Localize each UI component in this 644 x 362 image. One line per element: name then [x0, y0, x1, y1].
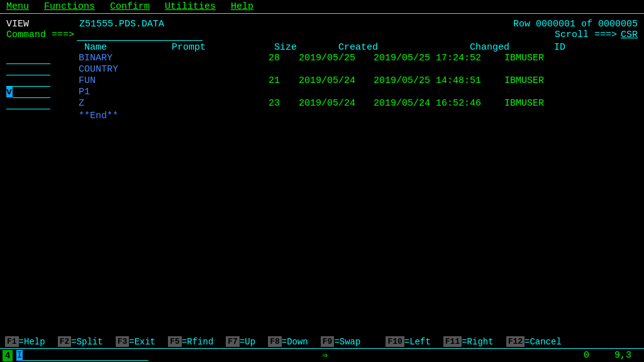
menu-item-confirm[interactable]: Confirm	[110, 1, 150, 12]
view-row: VIEW Z51555.PDS.DATA Row 0000001 of 0000…	[6, 19, 638, 30]
row-name-1: COUNTRY	[79, 64, 160, 75]
scroll-value: CSR	[621, 30, 638, 41]
command-input[interactable]	[77, 30, 203, 41]
status-position: 9,3	[614, 350, 631, 361]
row-name-4: Z	[79, 98, 160, 109]
status-bar: 4 I ⇒ 0 9,3	[0, 348, 644, 362]
fkey-f5: F5=Rfind	[168, 336, 213, 347]
status-arrow: ⇒	[322, 349, 328, 361]
fkey-f12-box[interactable]: F12	[506, 336, 525, 347]
fkey-f12: F12=Cancel	[506, 336, 562, 347]
fkey-f8-box[interactable]: F8	[268, 336, 282, 347]
fkey-f1-box[interactable]: F1	[5, 336, 19, 347]
row-name-3: P1	[79, 87, 160, 97]
scroll-label: Scroll ===>	[555, 30, 617, 41]
fkey-f12-label: =Cancel	[525, 337, 562, 347]
fkey-f1: F1=Help	[5, 336, 45, 347]
status-command-input[interactable]	[23, 350, 148, 361]
fkey-f9-box[interactable]: F9	[321, 336, 335, 347]
menu-item-functions[interactable]: Functions	[44, 1, 95, 12]
command-row: Command ===> Scroll ===> CSR	[6, 30, 638, 41]
status-right: 0 9,3	[584, 350, 631, 361]
menu-item-menu[interactable]: Menu	[6, 1, 29, 12]
row-cmd-1[interactable]	[6, 64, 50, 75]
row-cmd-4[interactable]	[6, 98, 50, 109]
view-label: VIEW	[6, 19, 29, 30]
row-size-0: 28	[242, 53, 280, 63]
row-size-2: 21	[242, 75, 280, 86]
row-size-4: 23	[242, 98, 280, 109]
fkey-f7-label: =Up	[240, 337, 255, 347]
menubar: Menu Functions Confirm Utilities Help	[0, 0, 644, 14]
dataset-name: Z51555.PDS.DATA	[79, 19, 164, 30]
fkey-f10-box[interactable]: F10	[386, 336, 404, 347]
column-headers: Name Prompt Size Created Changed ID	[6, 42, 638, 53]
fkey-f8-label: =Down	[282, 337, 308, 347]
col-id: ID	[515, 42, 565, 53]
row-id-4: IBMUSER	[481, 98, 544, 109]
fkey-f3: F3=Exit	[116, 336, 156, 347]
row-id-0: IBMUSER	[481, 53, 544, 63]
fkey-f7: F7=Up	[226, 336, 255, 347]
fkey-f5-label: =Rfind	[182, 337, 213, 347]
fkey-f11: F11=Right	[443, 336, 494, 347]
col-created: Created	[303, 42, 378, 53]
data-rows: BINARY 28 2019/05/25 2019/05/25 17:24:52…	[6, 53, 638, 109]
menu-item-help[interactable]: Help	[231, 1, 253, 12]
fkey-f9: F9=Swap	[321, 336, 361, 347]
fkey-f11-label: =Right	[462, 337, 493, 347]
row-changed-0: 2019/05/25 17:24:52	[355, 53, 481, 63]
col-changed: Changed	[384, 42, 509, 53]
fkey-f10-label: =Left	[404, 337, 431, 347]
row-name-2: FUN	[79, 75, 160, 86]
status-cursor: I	[16, 350, 23, 361]
row-info: Row 0000001 of 0000005	[513, 19, 638, 30]
fkey-f8: F8=Down	[268, 336, 308, 347]
col-prompt: Prompt	[172, 42, 253, 53]
col-name: Name	[84, 42, 166, 53]
row-cmd-0[interactable]	[6, 53, 50, 64]
row-changed-4: 2019/05/24 16:52:46	[355, 98, 481, 109]
status-number: 0	[584, 350, 589, 361]
fkey-f2-label: =Split	[71, 337, 103, 347]
fkey-f1-label: =Help	[19, 337, 45, 347]
table-row: FUN 21 2019/05/24 2019/05/25 14:48:51 IB…	[6, 75, 638, 87]
table-row: v P1	[6, 87, 638, 98]
fkey-f3-label: =Exit	[129, 337, 155, 347]
table-row: BINARY 28 2019/05/25 2019/05/25 17:24:52…	[6, 53, 638, 64]
row-changed-2: 2019/05/25 14:48:51	[355, 75, 481, 86]
row-name-0: BINARY	[79, 53, 160, 63]
fkey-f9-label: =Swap	[334, 337, 360, 347]
table-row: COUNTRY	[6, 64, 638, 75]
table-row: Z 23 2019/05/24 2019/05/24 16:52:46 IBMU…	[6, 98, 638, 109]
row-created-0: 2019/05/25	[280, 53, 355, 63]
fkey-f5-box[interactable]: F5	[168, 336, 182, 347]
fkey-f11-box[interactable]: F11	[443, 336, 462, 347]
status-panel: 4	[3, 350, 13, 361]
menu-item-utilities[interactable]: Utilities	[165, 1, 216, 12]
row-id-2: IBMUSER	[481, 75, 544, 86]
row-cmd-2[interactable]	[6, 75, 50, 87]
fkey-f2: F2=Split	[58, 336, 103, 347]
fkey-f10: F10=Left	[386, 336, 430, 347]
command-label: Command ===>	[6, 30, 74, 41]
function-bar: F1=Help F2=Split F3=Exit F5=Rfind F7=Up …	[0, 335, 644, 348]
end-marker: **End**	[79, 111, 638, 121]
main-area: VIEW Z51555.PDS.DATA Row 0000001 of 0000…	[0, 14, 644, 124]
row-cmd-3[interactable]	[13, 87, 50, 98]
fkey-f7-box[interactable]: F7	[226, 336, 240, 347]
fkey-f2-box[interactable]: F2	[58, 336, 72, 347]
cursor-v: v	[6, 87, 13, 97]
row-created-4: 2019/05/24	[280, 98, 355, 109]
col-size: Size	[259, 42, 297, 53]
fkey-f3-box[interactable]: F3	[116, 336, 130, 347]
row-created-2: 2019/05/24	[280, 75, 355, 86]
